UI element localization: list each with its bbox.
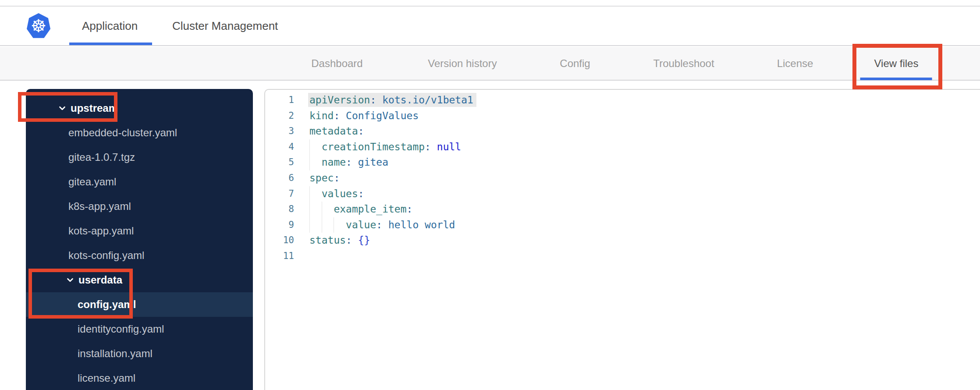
file-tree-item-userdata[interactable]: userdata (26, 268, 253, 292)
file-label: identityconfig.yaml (78, 323, 164, 335)
tab-label: Version history (428, 57, 497, 70)
file-tree-item-gitea-1-0-7-tgz[interactable]: gitea-1.0.7.tgz (26, 145, 253, 170)
token-brace: {} (358, 234, 370, 246)
token-value: hello world (388, 219, 455, 230)
token-key: spec (309, 172, 334, 184)
tab-dashboard[interactable]: Dashboard (311, 47, 362, 80)
code-line: value: hello world (309, 217, 476, 233)
file-label: license.yaml (78, 372, 135, 384)
line-number: 8 (265, 202, 294, 217)
tab-view-files[interactable]: View files (874, 47, 919, 80)
code-line: status: {} (309, 233, 476, 248)
indent-guide (309, 139, 322, 155)
token-colon: : (358, 188, 364, 199)
code-line: values: (309, 186, 476, 202)
app-subnav: DashboardVersion historyConfigTroublesho… (0, 47, 980, 81)
code-line: example_item: (309, 202, 476, 217)
token-key: creationTimestamp (322, 141, 425, 152)
indent-guide (309, 186, 322, 202)
indent-guide (322, 217, 334, 233)
line-number: 7 (265, 186, 294, 202)
code-line: name: gitea (309, 155, 476, 170)
token-key: name (322, 156, 346, 168)
tab-label: Troubleshoot (653, 57, 714, 70)
token-value: kots.io/v1beta1 (382, 94, 473, 106)
token-colon: : (376, 219, 388, 230)
token-null: null (437, 141, 461, 152)
file-tree-item-kots-config-yaml[interactable]: kots-config.yaml (26, 243, 253, 268)
folder-label: userdata (78, 274, 122, 286)
file-tree-sidebar: upstreamembedded-cluster.yamlgitea-1.0.7… (26, 89, 253, 390)
tab-version-history[interactable]: Version history (428, 47, 497, 80)
file-label: gitea-1.0.7.tgz (68, 151, 135, 163)
folder-label: upstream (71, 102, 118, 114)
code-line: apiVersion: kots.io/v1beta1 (309, 92, 476, 108)
file-label: embedded-cluster.yaml (68, 127, 177, 139)
line-number: 11 (265, 248, 294, 264)
line-number: 3 (265, 124, 294, 139)
tab-application[interactable]: Application (82, 7, 138, 45)
file-tree-item-gitea-yaml[interactable]: gitea.yaml (26, 170, 253, 194)
code-pane: apiVersion: kots.io/v1beta1kind: ConfigV… (309, 92, 476, 390)
line-number: 1 (265, 92, 294, 108)
indent-guide (309, 155, 322, 170)
tab-label: Application (82, 19, 138, 33)
token-key: apiVersion (309, 94, 370, 106)
code-editor[interactable]: 1234567891011 apiVersion: kots.io/v1beta… (264, 89, 980, 390)
tab-config[interactable]: Config (560, 47, 590, 80)
file-tree-item-kots-app-yaml[interactable]: kots-app.yaml (26, 219, 253, 243)
token-colon: : (407, 203, 413, 215)
tab-troubleshoot[interactable]: Troubleshoot (653, 47, 714, 80)
tab-license[interactable]: License (777, 47, 813, 80)
line-number: 2 (265, 108, 294, 124)
chevron-down-icon[interactable] (57, 103, 67, 113)
token-colon: : (334, 110, 346, 121)
active-tab-underline (69, 43, 152, 45)
line-number: 4 (265, 139, 294, 155)
app-header: ☸ ApplicationCluster Management (0, 7, 980, 46)
code-line (309, 248, 476, 264)
file-tree-item-license-yaml[interactable]: license.yaml (26, 366, 253, 390)
token-key: example_item (334, 203, 406, 215)
file-label: kots-config.yaml (68, 249, 144, 262)
token-key: kind (309, 110, 334, 121)
file-tree-item-upstream[interactable]: upstream (26, 96, 253, 121)
kubernetes-logo-icon: ☸ (27, 13, 50, 39)
line-number: 5 (265, 155, 294, 170)
tab-label: Dashboard (311, 57, 362, 70)
code-line: metadata: (309, 124, 476, 139)
active-line-highlight: apiVersion: kots.io/v1beta1 (308, 93, 476, 107)
file-tree-item-config-yaml[interactable]: config.yaml (26, 292, 253, 317)
active-tab-underline (860, 78, 932, 80)
token-key: status (309, 234, 346, 246)
token-colon: : (334, 172, 340, 184)
line-number: 9 (265, 217, 294, 233)
code-line: kind: ConfigValues (309, 108, 476, 124)
token-key: metadata (309, 125, 358, 137)
file-tree-item-identityconfig-yaml[interactable]: identityconfig.yaml (26, 317, 253, 341)
line-number: 10 (265, 233, 294, 248)
indent-guide (309, 202, 322, 217)
tab-cluster-management[interactable]: Cluster Management (172, 7, 278, 45)
tab-label: View files (874, 57, 919, 70)
file-label: config.yaml (78, 298, 136, 311)
token-value: ConfigValues (346, 110, 419, 121)
file-label: gitea.yaml (68, 176, 116, 188)
file-label: kots-app.yaml (68, 225, 134, 237)
file-tree-item-embedded-cluster-yaml[interactable]: embedded-cluster.yaml (26, 121, 253, 145)
chevron-down-icon[interactable] (65, 275, 75, 285)
file-tree-item-k8s-app-yaml[interactable]: k8s-app.yaml (26, 194, 253, 219)
token-colon: : (346, 234, 358, 246)
token-colon: : (358, 125, 364, 137)
token-colon: : (370, 94, 382, 106)
tab-label: Cluster Management (172, 19, 278, 33)
token-value: gitea (358, 156, 388, 168)
file-label: installation.yaml (78, 347, 153, 360)
token-key: value (346, 219, 376, 230)
tab-label: Config (560, 57, 590, 70)
indent-guide (334, 217, 346, 233)
line-number-gutter: 1234567891011 (265, 92, 294, 390)
code-line: creationTimestamp: null (309, 139, 476, 155)
line-number: 6 (265, 170, 294, 186)
file-tree-item-installation-yaml[interactable]: installation.yaml (26, 341, 253, 366)
